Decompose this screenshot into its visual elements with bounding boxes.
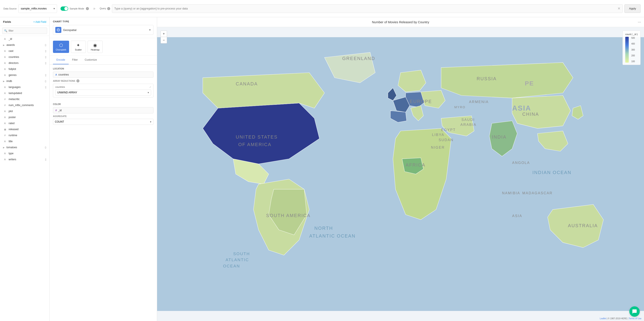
chart-type-dropdown-icon: ▼ (149, 29, 151, 31)
add-field-button[interactable]: + Add Field (33, 20, 46, 23)
chart-subtype-choropleth[interactable]: ⬡ Choropleth (53, 41, 69, 53)
field-name-poster: poster (8, 116, 46, 119)
field-item-directors[interactable]: A directors [] (0, 60, 49, 66)
query-input[interactable] (114, 7, 618, 10)
chart-type-select[interactable]: Geospatial ▼ (53, 25, 154, 35)
query-section: Query i ✕ Apply (100, 4, 640, 13)
legend-gradient (625, 37, 629, 63)
label-europe: EUROPE (410, 99, 432, 104)
encode-tab-label-customize: Customize (84, 58, 97, 61)
label-greenland: GREENLAND (342, 56, 375, 61)
sample-mode-section: Sample Mode i (60, 6, 89, 11)
zoom-in-button[interactable]: + (160, 30, 167, 37)
field-badge-genres: [] (45, 74, 46, 76)
field-item-languages[interactable]: A languages [] (0, 84, 49, 90)
color-field-type-icon: # (55, 109, 57, 112)
leaflet-link[interactable]: Leaflet (600, 317, 606, 320)
field-item-released[interactable]: ▦ released (0, 126, 49, 132)
datasource-select[interactable]: sample_mflix.movies (18, 4, 57, 13)
map-legend: count ( _id ) 500400300200100 (622, 30, 640, 65)
map-footer-copy: | © 1987-2019 HERE | (607, 317, 629, 320)
field-item-runtime[interactable]: # runtime (0, 132, 49, 138)
field-type-icon-rated: A (3, 122, 7, 125)
chart-subtype-heatmap[interactable]: ◉ Heatmap (88, 41, 103, 53)
terms-link[interactable]: Terms of Use (629, 317, 642, 320)
label-africa: AFRICA (406, 162, 426, 167)
field-item-poster[interactable]: A poster (0, 114, 49, 120)
field-badge-awards: {} (45, 44, 46, 46)
field-item-genres[interactable]: A genres [] (0, 72, 49, 78)
label-asia: ASIA (512, 104, 531, 112)
label-pe: PE (525, 80, 534, 87)
field-name-cast: cast (8, 49, 43, 52)
field-badge-tomatoes: {} (45, 146, 46, 149)
field-item-lastupdated[interactable]: A lastupdated (0, 90, 49, 96)
field-type-icon-metacritic: # (3, 98, 7, 100)
datasource-label: Data Source (4, 7, 16, 10)
color-field-name: _id (58, 109, 62, 112)
query-input-wrap: ✕ (112, 4, 623, 13)
label-namibia: NAMIBIA (502, 191, 520, 195)
query-label: Query i (100, 7, 110, 10)
field-item-tomatoes[interactable]: ▶ tomatoes {} (0, 144, 49, 150)
field-expand-icon-imdb[interactable]: ▶ (3, 80, 5, 82)
query-clear-button[interactable]: ✕ (618, 6, 620, 10)
array-sub-resize-icon: ⤢ (150, 86, 151, 88)
map-more-button[interactable]: ··· (638, 20, 641, 24)
field-item-_id[interactable]: A _id (0, 36, 49, 42)
chart-subtype-icon-choropleth: ⬡ (59, 43, 63, 48)
datasource-select-wrap: sample_mflix.movies ▼ (18, 4, 57, 13)
field-item-metacritic[interactable]: # metacritic (0, 96, 49, 102)
country-russia (441, 63, 573, 98)
sample-mode-toggle[interactable] (60, 6, 68, 11)
chart-subtype-scatter[interactable]: ✦ Scatter (71, 41, 86, 53)
field-item-writers[interactable]: A writers [] (0, 156, 49, 162)
field-type-icon-directors: A (3, 62, 7, 64)
field-expand-icon-tomatoes[interactable]: ▶ (3, 146, 5, 149)
label-atlantic2: Atlantic Ocean (309, 233, 356, 238)
array-sub-section: countries ⤢ UNWIND ARRAY ▼ (53, 84, 154, 97)
field-item-plot[interactable]: A plot (0, 108, 49, 114)
field-type-icon-cast: A (3, 50, 7, 52)
field-item-countries[interactable]: A countries [] (0, 54, 49, 60)
field-name-writers: writers (8, 158, 43, 161)
label-niger: NIGER (431, 145, 445, 149)
field-name-released: released (8, 128, 46, 131)
search-icon: 🔍 (4, 29, 7, 32)
zoom-out-button[interactable]: − (160, 37, 167, 43)
fields-search-input[interactable] (8, 29, 45, 32)
array-sub-field-label: countries ⤢ (55, 86, 151, 88)
array-reduction-select[interactable]: UNWIND ARRAY (55, 89, 151, 95)
location-field-name: countries (58, 73, 69, 76)
sample-mode-info-icon[interactable]: i (86, 7, 89, 10)
query-info-icon[interactable]: i (107, 7, 110, 10)
encode-tab-customize[interactable]: Customize (81, 56, 100, 64)
field-item-awards[interactable]: ▶ awards {} (0, 42, 49, 48)
label-me: SAUDI (462, 118, 475, 122)
field-item-type[interactable]: A type (0, 150, 49, 156)
field-item-title[interactable]: A title (0, 138, 49, 144)
apply-button[interactable]: Apply (624, 4, 640, 13)
field-item-imdb[interactable]: ▶ imdb {} (0, 78, 49, 84)
field-item-num_mflix_comments[interactable]: # num_mflix_comments (0, 102, 49, 108)
label-pe2: ASIA (512, 214, 522, 218)
encode-tab-encode[interactable]: Encode (53, 56, 69, 64)
chat-bubble[interactable] (629, 306, 640, 317)
map-panel: Number of Movies Released by Country ··· (157, 17, 644, 321)
location-field-chip: A countries (53, 72, 154, 78)
encode-tab-label-filter: Filter (72, 58, 78, 61)
aggregate-select[interactable]: COUNT (53, 119, 154, 125)
aggregate-label: AGGREGATE (53, 115, 154, 117)
field-expand-icon-awards[interactable]: ▶ (3, 44, 5, 46)
encode-tab-filter[interactable]: Filter (69, 56, 81, 64)
field-type-icon-type: A (3, 152, 7, 155)
field-item-fullplot[interactable]: A fullplot (0, 66, 49, 72)
array-reductions-info-icon[interactable]: i (76, 79, 80, 82)
label-armenia: ARMENIA (469, 100, 489, 104)
field-badge-countries: [] (45, 56, 46, 58)
field-badge-cast: [] (45, 50, 46, 52)
field-name-runtime: runtime (8, 134, 46, 137)
location-label: Location (53, 67, 154, 70)
field-item-rated[interactable]: A rated (0, 120, 49, 126)
field-item-cast[interactable]: A cast [] (0, 48, 49, 54)
